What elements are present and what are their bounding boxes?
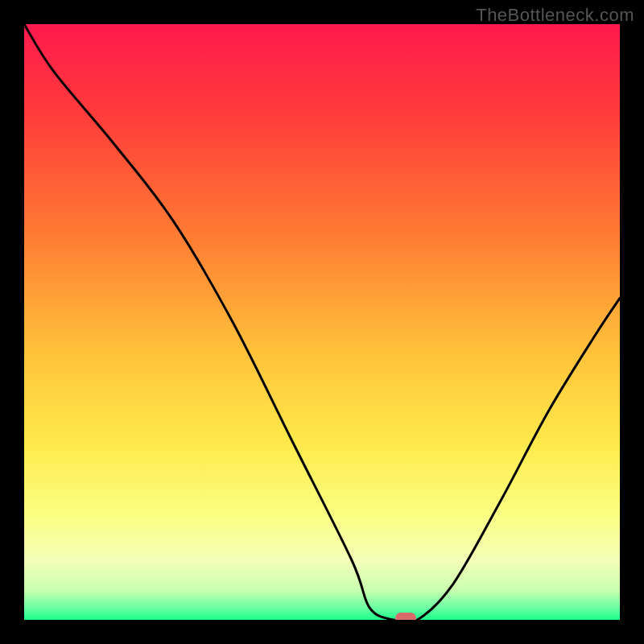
plot-area bbox=[24, 24, 620, 620]
optimal-marker bbox=[395, 613, 416, 620]
watermark-text: TheBottleneck.com bbox=[476, 5, 634, 26]
chart-frame: TheBottleneck.com bbox=[0, 0, 644, 644]
bottleneck-curve bbox=[24, 24, 620, 620]
